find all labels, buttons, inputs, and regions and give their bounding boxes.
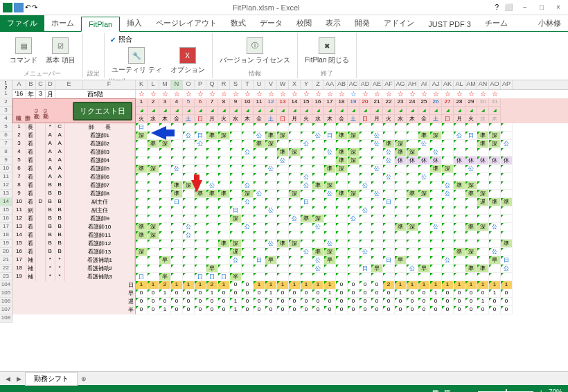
tab-data[interactable]: データ xyxy=(253,15,290,31)
staff-row[interactable]: 10看DBB副主任日公日日遅準準 xyxy=(12,198,568,206)
split-handle[interactable]: 12 xyxy=(0,80,12,90)
tab-pdf[interactable]: JUST PDF 3 xyxy=(421,17,478,31)
staff-row[interactable]: 4看AA看護師3公準深公準深公準深公 xyxy=(12,148,568,157)
ribbon-opts-icon[interactable]: ⬜ xyxy=(502,3,515,11)
tab-home[interactable]: ホーム xyxy=(44,15,81,31)
zoom-in[interactable]: + xyxy=(539,389,543,393)
staff-row[interactable]: 13看BB看護師10準深公公公準深公準深公 xyxy=(12,223,568,231)
maximize-button[interactable]: □ xyxy=(535,3,549,11)
tab-file[interactable]: ファイル xyxy=(0,15,44,31)
staff-row[interactable]: 15看BB看護師12準深公準深公準 xyxy=(12,240,568,248)
help-icon[interactable]: ? xyxy=(495,3,499,11)
date-row: 1234567891011121314151617181920212223242… xyxy=(136,98,568,107)
tab-formula[interactable]: 数式 xyxy=(224,15,253,31)
staff-row[interactable]: 1長*C師 長日 xyxy=(12,123,568,132)
utility-button[interactable]: 🔧ユーティリ ティ xyxy=(109,46,165,76)
basic-icon: ☑ xyxy=(52,37,69,54)
staff-row[interactable]: 9看BB看護師8準準準準深公深公準深公準深公準深 xyxy=(12,190,568,198)
cmd-button[interactable]: ▤コマンド xyxy=(7,36,40,66)
request-day-button[interactable]: リクエスト日 xyxy=(73,102,132,121)
tab-nav-prev[interactable]: ◀ xyxy=(3,375,12,382)
blue-arrow-icon xyxy=(151,126,166,140)
staff-row[interactable]: 14看BB看護師11準深公 xyxy=(12,231,568,240)
staff-row[interactable]: 3看AA看護師2準深公準深公公準深公準深公 xyxy=(12,140,568,148)
save-icon[interactable] xyxy=(14,3,24,12)
titlebar: ↶ ↷ FitPlan.xlsm - Excel ? ⬜ − □ × xyxy=(0,0,568,15)
tab-dev[interactable]: 開発 xyxy=(348,15,377,31)
staff-row[interactable]: 11副BB副主任日公公 xyxy=(12,206,568,215)
version-button[interactable]: ⓘバージョン ライセンス xyxy=(217,36,294,66)
check-match[interactable]: ✔照合 xyxy=(109,33,134,46)
weekday-row: 火水木金土日月火水木金土日月火水木金土日月火水木金土日月火水木 xyxy=(136,115,568,123)
staff-row[interactable]: 8看BB看護師7準深公公公準深公公準深 xyxy=(12,181,568,190)
utility-icon: 🔧 xyxy=(128,47,145,64)
close-fitplan-icon: ✖ xyxy=(319,37,335,54)
new-sheet-button[interactable]: ⊕ xyxy=(79,375,89,382)
statusbar: ▦ ▥ ▬ − + 70% xyxy=(0,385,568,392)
excel-icon xyxy=(3,3,12,12)
tab-review[interactable]: 校閲 xyxy=(290,15,319,31)
info-row: '16 年 3 月 西5階 ☆☆☆☆☆☆☆☆☆☆☆☆☆☆☆☆☆☆☆☆☆☆☆☆☆☆… xyxy=(12,90,568,98)
user-name[interactable]: 小林修 xyxy=(531,15,568,31)
version-icon: ⓘ xyxy=(247,37,263,54)
staff-row[interactable]: 17補**看護補助1早公日早公早日早公早日 xyxy=(12,256,568,265)
staff-row[interactable]: 2看AA看護師1深公日準深公準深公日準深公準深公日準深 xyxy=(12,132,568,140)
summary-rows: 日11211121001111111000021111111111早001000… xyxy=(12,281,568,314)
tab-view[interactable]: 表示 xyxy=(319,15,348,31)
tab-team[interactable]: チーム xyxy=(478,15,515,31)
undo-icon[interactable]: ↶ xyxy=(25,3,30,11)
ribbon-tabs: ファイル ホーム FitPlan 挿入 ページレイアウト 数式 データ 校閲 表… xyxy=(0,15,568,32)
close-fitplan-button[interactable]: ✖FitPlan 閉じる xyxy=(302,36,352,66)
sheet-tab-shift[interactable]: 勤務シフト xyxy=(25,372,78,386)
shift-rows[interactable]: 1長*C師 長日2看AA看護師1深公日準深公準深公日準深公準深公日準深3看AA看… xyxy=(12,123,568,281)
marker-row: ◢◢◢◢◢◢◢◢◢◢◢◢◢◢◢◢◢◢◢◢◢◢◢◢◢◢◢◢◢◢◢ xyxy=(136,107,568,115)
redo-icon[interactable]: ↷ xyxy=(32,3,37,11)
tab-layout[interactable]: ページレイアウト xyxy=(149,15,224,31)
option-icon: X xyxy=(179,47,196,64)
grid[interactable]: '16 年 3 月 西5階 ☆☆☆☆☆☆☆☆☆☆☆☆☆☆☆☆☆☆☆☆☆☆☆☆☆☆… xyxy=(12,90,568,323)
minimize-button[interactable]: − xyxy=(518,3,532,11)
staff-row[interactable]: 19補**看護補助3日半日日日半 xyxy=(12,273,568,281)
qat: ↶ ↷ xyxy=(3,3,37,12)
red-arrow-icon xyxy=(191,180,202,193)
staff-row[interactable]: 16看BB看護師13深遅公準深公準深公 xyxy=(12,248,568,256)
tab-fitplan[interactable]: FitPlan xyxy=(81,17,120,32)
staff-row[interactable]: 5看AA看護師4公準深公休休休休休休休休休 xyxy=(12,157,568,165)
worksheet[interactable]: 12 ABCDEFKLMNOPQRSTUVWXYZAAABACADAEAFAGA… xyxy=(0,80,568,371)
row-headers: 1234567891011121314151617181920212223104… xyxy=(0,90,12,323)
view-break-icon[interactable]: ▬ xyxy=(456,389,463,393)
window-title: FitPlan.xlsm - Excel xyxy=(233,3,300,12)
zoom-level[interactable]: 70% xyxy=(549,389,562,393)
staff-row[interactable]: 6看AA看護師5準深公公準深公準深公 xyxy=(12,165,568,173)
group-label: メニューバー xyxy=(24,69,61,78)
tab-addin[interactable]: アドイン xyxy=(377,15,421,31)
ribbon: ▤コマンド ☑基本 項目 メニューバー 設定 ✔照合 🔧ユーティリ ティ Xオプ… xyxy=(0,32,568,80)
tab-nav-next[interactable]: ▶ xyxy=(14,375,24,382)
view-normal-icon[interactable]: ▦ xyxy=(432,389,438,393)
sheet-tabs: ◀ ▶ 勤務シフト ⊕ xyxy=(0,371,568,385)
tab-insert[interactable]: 挿入 xyxy=(120,15,149,31)
cmd-icon: ▤ xyxy=(15,37,32,54)
column-headers: ABCDEFKLMNOPQRSTUVWXYZAAABACADAEAFAGAHAI… xyxy=(12,80,568,90)
zoom-out[interactable]: − xyxy=(468,389,472,393)
staff-row[interactable]: 18補**看護補助2早公日早公早準準公 xyxy=(12,265,568,273)
option-button[interactable]: Xオプション xyxy=(168,46,208,76)
staff-row[interactable]: 12看BB看護師9深公準深公 xyxy=(12,215,568,223)
staff-row[interactable]: 7看AA看護師6公公公 xyxy=(12,173,568,181)
view-layout-icon[interactable]: ▥ xyxy=(444,389,450,393)
basic-button[interactable]: ☑基本 項目 xyxy=(43,36,78,66)
header-block: 職種 形態 夜勤G 昼勤G リクエスト日 1234567891011121314… xyxy=(12,98,568,123)
close-button[interactable]: × xyxy=(551,3,565,11)
